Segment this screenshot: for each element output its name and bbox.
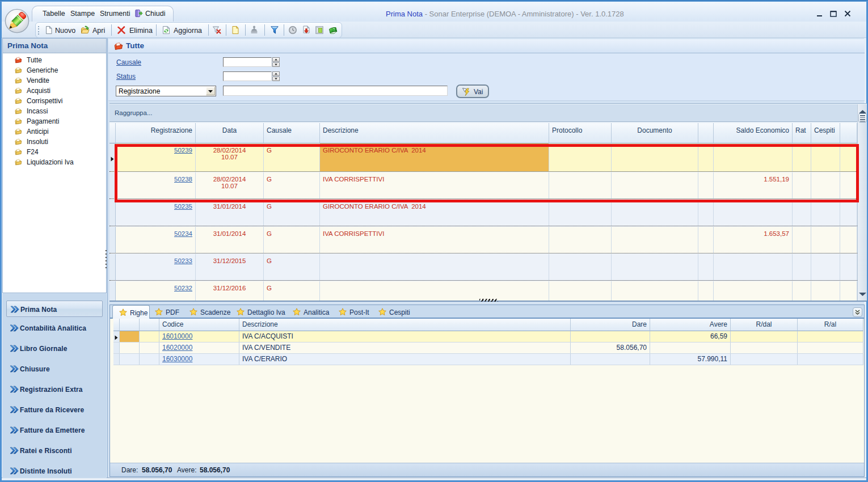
open-button[interactable]: Apri (92, 27, 105, 35)
grid-row-50238[interactable]: 5023828/02/201410.07GIVA CORRISPETTIVI1.… (109, 172, 857, 199)
combo-dropdown-icon[interactable] (206, 87, 215, 95)
tab-cespiti[interactable]: Cespiti (378, 305, 412, 319)
clock-icon[interactable] (288, 26, 297, 35)
go-button[interactable]: Vai (456, 84, 489, 98)
causale-spinner[interactable] (272, 57, 280, 67)
toolbar-grip[interactable] (38, 26, 39, 36)
grid-row-50235[interactable]: 5023531/01/2014GGIROCONTO ERARIO C/IVA 2… (109, 200, 857, 226)
collapse-panel-button[interactable] (853, 307, 862, 317)
menu-chiudi[interactable]: Chiudi (145, 10, 165, 18)
account-code-link[interactable]: 16010000 (162, 332, 192, 340)
nav-item-contabilità-analitica[interactable]: Contabilità Analitica (6, 320, 103, 336)
nav-item-chiusure[interactable]: Chiusure (6, 361, 103, 377)
registration-link[interactable]: 50239 (174, 147, 192, 154)
remove-filter-icon[interactable] (212, 26, 221, 35)
rows-column-header-r-al[interactable]: R/al (798, 319, 863, 331)
new-button[interactable]: Nuovo (55, 27, 75, 35)
delete-x-icon[interactable] (117, 26, 126, 35)
grid-row-50233[interactable]: 5023331/12/2015G (109, 254, 857, 281)
minimize-button[interactable] (815, 9, 824, 18)
status-spinner[interactable] (272, 71, 280, 81)
tree-item-f24[interactable]: F24 (3, 147, 106, 157)
account-code-link[interactable]: 16020000 (162, 344, 192, 352)
form-window-icon[interactable] (315, 26, 324, 35)
tab-righe[interactable]: Righe (112, 305, 150, 319)
nav-item-registrazioni-extra[interactable]: Registrazioni Extra (6, 381, 103, 398)
registration-link[interactable]: 50238 (174, 176, 192, 183)
tree-item-liquidazioni-iva[interactable]: Liquidazioni Iva (3, 157, 106, 167)
tree-item-incassi[interactable]: Incassi (3, 106, 106, 116)
group-by-area[interactable]: Raggruppa... (109, 104, 857, 122)
export-document-icon[interactable] (302, 26, 311, 35)
nav-item-distinte-insoluti[interactable]: Distinte Insoluti (6, 463, 103, 479)
registration-link[interactable]: 50232 (174, 285, 192, 291)
open-folder-icon[interactable] (81, 26, 90, 35)
refresh-button[interactable]: Aggiorna (174, 27, 202, 35)
rows-column-header-dare[interactable]: Dare (571, 319, 650, 331)
tree-item-tutte[interactable]: Tutte (3, 55, 106, 65)
column-header-registrazione[interactable]: Registrazione (116, 123, 196, 143)
filter-funnel-icon[interactable] (270, 26, 279, 35)
tree-item-anticipi[interactable]: Anticipi (3, 126, 106, 137)
nav-item-fatture-da-ricevere[interactable]: Fatture da Ricevere (6, 401, 103, 418)
registration-link[interactable]: 50235 (174, 203, 192, 210)
column-chooser-button[interactable] (858, 113, 867, 122)
rows-grid-row-16010000[interactable]: 16010000IVA C/ACQUISTI66,59 (113, 331, 863, 343)
status-link[interactable]: Status (116, 73, 136, 81)
maximize-button[interactable] (829, 9, 838, 18)
registration-link[interactable]: 50233 (174, 257, 192, 264)
column-header-data[interactable]: Data (196, 123, 264, 143)
grid-row-50232[interactable]: 5023231/12/2016G (109, 281, 857, 301)
nav-item-ratei-e-risconti[interactable]: Ratei e Risconti (6, 442, 103, 459)
tree-item-vendite[interactable]: Vendite (3, 75, 106, 86)
causale-link[interactable]: Causale (116, 58, 141, 66)
menu-stampe[interactable]: Stampe (70, 10, 95, 18)
new-document-icon[interactable] (44, 26, 53, 35)
search-type-select[interactable]: Registrazione (116, 86, 216, 96)
tab-pdf[interactable]: PDF (155, 305, 189, 319)
app-logo-pencil-icon[interactable] (5, 9, 30, 33)
book-icon[interactable] (328, 26, 338, 35)
grid-row-50234[interactable]: 5023431/01/2014GIVA CORRISPETTIVI1.653,5… (109, 227, 857, 253)
sidebar-collapse-grip[interactable] (106, 250, 107, 269)
yellow-document-icon[interactable] (231, 26, 240, 35)
tab-post-it[interactable]: Post-It (339, 305, 373, 319)
tree-item-acquisti[interactable]: Acquisti (3, 86, 106, 96)
scroll-down-icon[interactable] (859, 290, 866, 298)
tree-item-corrispettivi[interactable]: Corrispettivi (3, 96, 106, 106)
rows-grid-row-16030000[interactable]: 16030000IVA C/ERARIO57.990,11 (113, 354, 863, 365)
column-header-cespiti[interactable]: Cespiti (811, 123, 840, 143)
rows-column-header-avere[interactable]: Avere (650, 319, 731, 331)
column-header-causale[interactable]: Causale (264, 123, 320, 143)
column-header-protocollo[interactable]: Protocollo (549, 123, 612, 143)
menu-tabelle[interactable]: Tabelle (43, 10, 65, 18)
tab-dettaglio-iva[interactable]: Dettaglio Iva (237, 305, 271, 319)
rows-column-header-codice[interactable]: Codice (159, 319, 239, 331)
vertical-scrollbar[interactable] (857, 104, 867, 301)
column-header-saldo-economico[interactable]: Saldo Economico (714, 123, 793, 143)
column-header-descrizione[interactable]: Descrizione (320, 123, 549, 143)
status-input[interactable] (223, 71, 272, 81)
tab-scadenze[interactable]: Scadenze (189, 305, 224, 319)
account-code-link[interactable]: 16030000 (162, 355, 192, 363)
delete-button[interactable]: Elimina (129, 27, 153, 35)
column-header-rat[interactable]: Rat (793, 123, 811, 143)
tree-item-insoluti[interactable]: Insoluti (3, 137, 106, 147)
causale-input[interactable] (223, 57, 272, 67)
tree-item-pagamenti[interactable]: Pagamenti (3, 116, 106, 126)
splitter-grip[interactable] (479, 299, 498, 302)
grid-row-50239[interactable]: 5023928/02/201410.07GGIROCONTO ERARIO C/… (109, 143, 857, 172)
tab-analitica[interactable]: Analitica (293, 305, 327, 319)
refresh-document-icon[interactable] (162, 26, 171, 35)
rows-column-header-descrizione[interactable]: Descrizione (239, 319, 571, 331)
registration-link[interactable]: 50234 (174, 230, 192, 237)
nav-item-fatture-da-emettere[interactable]: Fatture da Emettere (6, 422, 103, 438)
stamp-icon[interactable] (250, 26, 259, 35)
menu-strumenti[interactable]: Strumenti (100, 10, 130, 18)
tree-item-generiche[interactable]: Generiche (3, 65, 106, 75)
column-header-documento[interactable]: Documento (612, 123, 698, 143)
close-button[interactable] (843, 9, 852, 18)
rows-column-header-r-dal[interactable]: R/dal (731, 319, 798, 331)
nav-item-libro-giornale[interactable]: Libro Giornale (6, 340, 103, 357)
nav-item-prima-nota[interactable]: Prima Nota (6, 301, 103, 317)
